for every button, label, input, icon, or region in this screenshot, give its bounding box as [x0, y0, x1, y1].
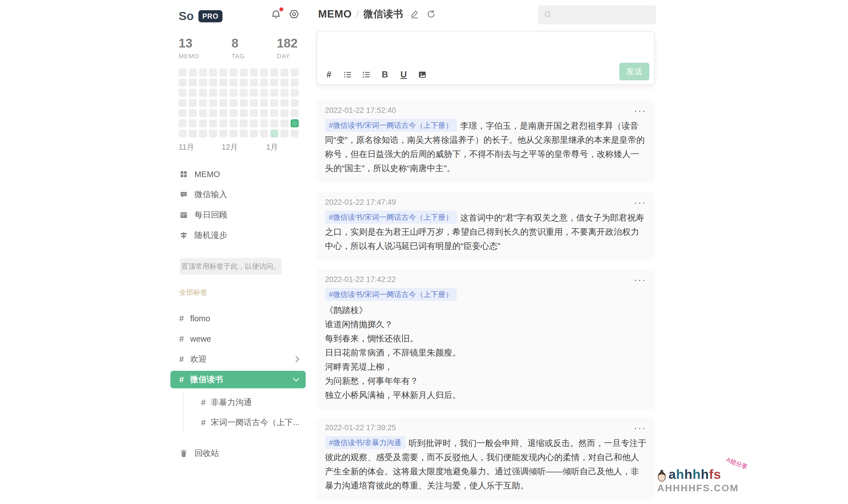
heatmap-cell[interactable] [209, 79, 217, 87]
heatmap-cell[interactable] [250, 109, 258, 117]
heatmap-cell[interactable] [229, 119, 238, 127]
heatmap-cell[interactable] [280, 109, 289, 117]
notifications-bell-icon[interactable] [270, 8, 282, 20]
heatmap-cell[interactable] [240, 119, 248, 127]
heatmap-cell[interactable] [291, 89, 299, 97]
heatmap-cell[interactable] [199, 129, 207, 138]
heatmap-cell[interactable] [189, 129, 197, 138]
heatmap-cell[interactable] [280, 119, 289, 127]
heatmap-cell[interactable] [219, 79, 227, 87]
heatmap-cell[interactable] [260, 129, 268, 138]
memo-more-menu-icon[interactable]: ··· [634, 425, 646, 431]
heatmap-cell[interactable] [280, 129, 289, 138]
heatmap-cell[interactable] [178, 119, 187, 127]
heatmap-cell[interactable] [219, 89, 227, 97]
heatmap-cell[interactable] [178, 129, 187, 138]
heatmap-cell[interactable] [219, 69, 227, 76]
heatmap-cell[interactable] [229, 129, 238, 138]
ordered-list-tool-icon[interactable] [361, 70, 371, 80]
heatmap-cell[interactable] [219, 109, 227, 117]
heatmap-cell[interactable] [219, 129, 227, 138]
heatmap-cell[interactable] [291, 129, 299, 138]
sidebar-item-daily-review[interactable]: 每日回顾 [170, 205, 306, 225]
heatmap-cell[interactable] [178, 109, 187, 117]
sidebar-tag-nvc[interactable]: #非暴力沟通 [184, 392, 306, 412]
heatmap-cell[interactable] [189, 89, 197, 97]
heatmap-cell[interactable] [240, 69, 248, 76]
edit-pencil-icon[interactable] [410, 9, 419, 19]
heatmap-cell[interactable] [270, 129, 278, 138]
heatmap-cell[interactable] [270, 99, 278, 107]
heatmap-cell[interactable] [219, 99, 227, 107]
heatmap-cell[interactable] [270, 119, 278, 127]
heatmap-cell[interactable] [178, 69, 187, 76]
heatmap-cell[interactable] [250, 69, 258, 76]
heatmap-cell[interactable] [189, 119, 197, 127]
heatmap-cell[interactable] [250, 119, 258, 127]
settings-gear-icon[interactable] [289, 8, 300, 20]
heatmap-cell[interactable] [270, 89, 278, 97]
memo-more-menu-icon[interactable]: ··· [634, 277, 646, 283]
memo-editor[interactable]: #BU 发送 [316, 31, 655, 85]
bold-tool-icon[interactable]: B [380, 70, 390, 80]
heatmap-cell[interactable] [189, 69, 197, 76]
sidebar-tag-songci[interactable]: #宋词一阕话古今（上下... [184, 412, 306, 432]
sidebar-tag-welcome[interactable]: #欢迎 [170, 349, 306, 370]
heatmap-cell[interactable] [240, 99, 248, 107]
heatmap-cell[interactable] [280, 89, 289, 97]
bullet-list-tool-icon[interactable] [343, 70, 353, 80]
heatmap-cell[interactable] [291, 109, 299, 117]
sidebar-item-memo[interactable]: MEMO [170, 164, 306, 184]
heatmap-cell[interactable] [209, 69, 217, 76]
heatmap-cell[interactable] [189, 79, 197, 87]
sidebar-item-random-walk[interactable]: 随机漫步 [170, 225, 306, 246]
heatmap-cell[interactable] [229, 79, 238, 87]
sidebar-tag-wechat-reading[interactable]: #微信读书 [170, 371, 306, 388]
search-input[interactable] [555, 10, 656, 19]
heatmap-cell[interactable] [250, 79, 258, 87]
search-box[interactable] [538, 5, 656, 24]
heatmap-cell[interactable] [270, 79, 278, 87]
heatmap-cell[interactable] [199, 119, 207, 127]
heatmap-cell[interactable] [291, 119, 299, 127]
heatmap-cell[interactable] [240, 129, 248, 138]
heatmap-cell[interactable] [240, 79, 248, 87]
chevron-down-icon[interactable] [293, 375, 299, 382]
memo-tag-chip[interactable]: #微信读书/宋词一阕话古今（上下册） [325, 119, 457, 132]
heatmap-cell[interactable] [209, 99, 217, 107]
heatmap-cell[interactable] [199, 89, 207, 97]
memo-tag-chip[interactable]: #微信读书/非暴力沟通 [325, 436, 405, 449]
heatmap-cell[interactable] [189, 99, 197, 107]
heatmap-cell[interactable] [260, 79, 268, 87]
heatmap-cell[interactable] [260, 89, 268, 97]
heatmap-cell[interactable] [199, 79, 207, 87]
heatmap-cell[interactable] [280, 69, 289, 76]
heatmap-cell[interactable] [250, 129, 258, 138]
heatmap-cell[interactable] [229, 99, 238, 107]
heatmap-cell[interactable] [199, 99, 207, 107]
heatmap-cell[interactable] [240, 89, 248, 97]
heatmap-cell[interactable] [260, 119, 268, 127]
memo-tag-chip[interactable]: #微信读书/宋词一阕话古今（上下册） [325, 211, 457, 224]
image-tool-icon[interactable] [417, 70, 427, 80]
hash-tool-icon[interactable]: # [324, 70, 334, 80]
sidebar-tag-flomo[interactable]: #flomo [170, 308, 306, 329]
heatmap-cell[interactable] [189, 109, 197, 117]
heatmap-cell[interactable] [270, 109, 278, 117]
sidebar-tag-wewe[interactable]: #wewe [170, 329, 306, 349]
heatmap-cell[interactable] [178, 99, 187, 107]
heatmap-cell[interactable] [280, 79, 289, 87]
heatmap-cell[interactable] [240, 109, 248, 117]
heatmap-cell[interactable] [209, 89, 217, 97]
heatmap-cell[interactable] [250, 99, 258, 107]
heatmap-cell[interactable] [260, 109, 268, 117]
heatmap-cell[interactable] [178, 89, 187, 97]
heatmap-cell[interactable] [270, 69, 278, 76]
sidebar-item-wechat-input[interactable]: 微信输入 [170, 184, 306, 205]
pin-tags-hint[interactable]: 置顶常用标签于此，以便访问。 [180, 258, 282, 275]
heatmap-cell[interactable] [260, 69, 268, 76]
underline-tool-icon[interactable]: U [399, 70, 409, 80]
heatmap-cell[interactable] [291, 79, 299, 87]
heatmap-cell[interactable] [280, 99, 289, 107]
send-button[interactable]: 发送 [619, 63, 649, 80]
